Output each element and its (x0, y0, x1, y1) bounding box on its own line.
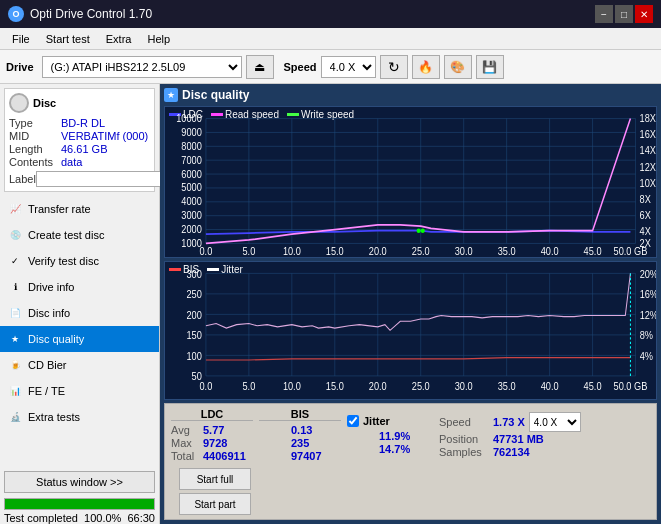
content-icon: ★ (164, 88, 178, 102)
color-button[interactable]: 🎨 (444, 55, 472, 79)
svg-text:25.0: 25.0 (412, 380, 430, 392)
ldc-max-val: 9728 (203, 437, 253, 449)
jitter-stats-col: Jitter 11.9% 14.7% (347, 415, 429, 455)
start-full-button[interactable]: Start full (179, 468, 251, 490)
main-area: Disc Type BD-R DL MID VERBATIMf (000) Le… (0, 84, 661, 524)
length-label: Length (9, 143, 61, 155)
content-header: ★ Disc quality (164, 88, 657, 102)
svg-text:8%: 8% (640, 330, 654, 342)
eject-button[interactable]: ⏏ (246, 55, 274, 79)
nav-drive-info[interactable]: ℹ Drive info (0, 274, 159, 300)
ldc-stats-col: LDC Avg 5.77 Max 9728 Total 4406911 (171, 408, 253, 462)
cd-bier-icon: 🍺 (8, 358, 22, 372)
svg-text:5.0: 5.0 (242, 245, 255, 257)
svg-text:20.0: 20.0 (369, 380, 387, 392)
speed-pos-col: Speed 1.73 X 4.0 X 8.0 X Position 47731 … (439, 412, 581, 458)
nav-transfer-rate[interactable]: 📈 Transfer rate (0, 196, 159, 222)
top-chart: LDC Read speed Write speed (164, 106, 657, 258)
start-part-button[interactable]: Start part (179, 493, 251, 515)
menu-help[interactable]: Help (139, 31, 178, 47)
svg-text:7000: 7000 (181, 154, 202, 166)
close-button[interactable]: ✕ (635, 5, 653, 23)
disc-label-input[interactable] (36, 171, 169, 187)
nav-extra-tests[interactable]: 🔬 Extra tests (0, 404, 159, 430)
progress-outer (4, 498, 155, 510)
bis-total-val: 97407 (291, 450, 341, 462)
action-buttons: Start full Start part (179, 468, 251, 515)
menu-start-test[interactable]: Start test (38, 31, 98, 47)
menu-extra[interactable]: Extra (98, 31, 140, 47)
svg-text:3000: 3000 (181, 210, 202, 222)
nav-verify-test-disc[interactable]: ✓ Verify test disc (0, 248, 159, 274)
nav-disc-quality-label: Disc quality (28, 333, 84, 345)
bis-avg-label (259, 424, 287, 436)
length-value: 46.61 GB (61, 143, 107, 155)
speed-stat-dropdown[interactable]: 4.0 X 8.0 X (529, 412, 581, 432)
app-title: Opti Drive Control 1.70 (30, 7, 595, 21)
nav-disc-info[interactable]: 📄 Disc info (0, 300, 159, 326)
drive-label: Drive (6, 61, 34, 73)
save-button[interactable]: 💾 (476, 55, 504, 79)
disc-info-icon: 📄 (8, 306, 22, 320)
status-window-button[interactable]: Status window >> (4, 471, 155, 493)
status-text: Test completed (4, 512, 78, 524)
minimize-button[interactable]: − (595, 5, 613, 23)
bis-stats-col: BIS 0.13 235 97407 (259, 408, 341, 462)
speed-label: Speed (284, 61, 317, 73)
marker1 (417, 228, 421, 233)
bis-total-label (259, 450, 287, 462)
jitter-stats-header: Jitter (363, 415, 390, 427)
disc-header: Disc (9, 93, 150, 113)
burn-button[interactable]: 🔥 (412, 55, 440, 79)
type-value: BD-R DL (61, 117, 105, 129)
contents-value: data (61, 156, 82, 168)
ldc-total-val: 4406911 (203, 450, 253, 462)
drive-select[interactable]: (G:) ATAPI iHBS212 2.5L09 (42, 56, 242, 78)
bis-max-label (259, 437, 287, 449)
window-controls: − □ ✕ (595, 5, 653, 23)
nav-disc-quality[interactable]: ★ Disc quality (0, 326, 159, 352)
svg-text:6X: 6X (640, 210, 652, 222)
ldc-max-row: Max 9728 (171, 437, 253, 449)
maximize-button[interactable]: □ (615, 5, 633, 23)
mid-value: VERBATIMf (000) (61, 130, 148, 142)
svg-text:100: 100 (186, 351, 202, 363)
jitter-max-label (347, 443, 375, 455)
bis-stats-header: BIS (259, 408, 341, 421)
nav-fe-te[interactable]: 📊 FE / TE (0, 378, 159, 404)
svg-text:5000: 5000 (181, 182, 202, 194)
disc-mid-row: MID VERBATIMf (000) (9, 130, 150, 142)
speed-stat-val: 1.73 X (493, 416, 525, 428)
disc-panel-title: Disc (33, 97, 56, 109)
read-speed-line (206, 119, 631, 244)
position-label: Position (439, 433, 489, 445)
ldc-avg-row: Avg 5.77 (171, 424, 253, 436)
position-row: Position 47731 MB (439, 433, 581, 445)
refresh-button[interactable]: ↻ (380, 55, 408, 79)
nav-verify-test-disc-label: Verify test disc (28, 255, 99, 267)
title-bar: O Opti Drive Control 1.70 − □ ✕ (0, 0, 661, 28)
bis-total-row: 97407 (259, 450, 341, 462)
drive-info-icon: ℹ (8, 280, 22, 294)
bis-avg-row: 0.13 (259, 424, 341, 436)
app-icon: O (8, 6, 24, 22)
contents-label: Contents (9, 156, 61, 168)
extra-tests-icon: 🔬 (8, 410, 22, 424)
svg-text:50.0 GB: 50.0 GB (614, 245, 648, 257)
svg-text:8000: 8000 (181, 140, 202, 152)
menu-file[interactable]: File (4, 31, 38, 47)
nav-create-test-disc[interactable]: 💿 Create test disc (0, 222, 159, 248)
jitter-max-val: 14.7% (379, 443, 429, 455)
svg-text:18X: 18X (640, 112, 656, 124)
jitter-checkbox[interactable] (347, 415, 359, 427)
menu-bar: File Start test Extra Help (0, 28, 661, 50)
svg-text:300: 300 (186, 269, 202, 281)
bottom-chart-inner: 300 250 200 150 100 50 20% 16% 12% 8% 4%… (165, 262, 656, 399)
bis-max-row: 235 (259, 437, 341, 449)
speed-select[interactable]: 4.0 X 8.0 X (321, 56, 376, 78)
nav-cd-bier[interactable]: 🍺 CD Bier (0, 352, 159, 378)
content-area: ★ Disc quality LDC Read speed Write spee… (160, 84, 661, 524)
disc-contents-row: Contents data (9, 156, 150, 168)
svg-text:40.0: 40.0 (541, 380, 559, 392)
progress-time: 66:30 (127, 512, 155, 524)
